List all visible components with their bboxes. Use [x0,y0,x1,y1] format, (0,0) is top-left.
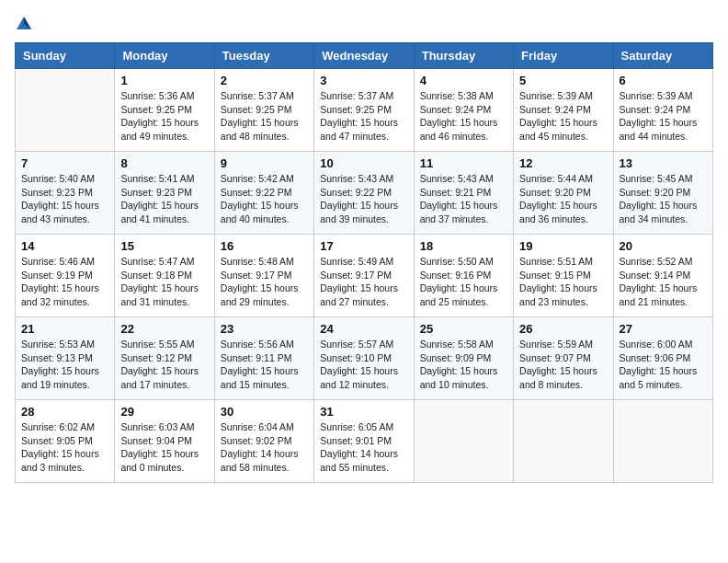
day-number: 20 [620,239,707,253]
weekday-header: Wednesday [314,43,414,69]
calendar-cell: 27Sunrise: 6:00 AM Sunset: 9:06 PM Dayli… [613,317,712,400]
cell-content: Sunrise: 5:43 AM Sunset: 9:22 PM Dayligh… [320,172,407,226]
calendar-header-row: SundayMondayTuesdayWednesdayThursdayFrid… [16,43,713,69]
calendar-cell: 12Sunrise: 5:44 AM Sunset: 9:20 PM Dayli… [514,152,613,235]
calendar-week-row: 21Sunrise: 5:53 AM Sunset: 9:13 PM Dayli… [16,317,713,400]
cell-content: Sunrise: 6:05 AM Sunset: 9:01 PM Dayligh… [320,420,407,475]
calendar-cell: 28Sunrise: 6:02 AM Sunset: 9:05 PM Dayli… [16,400,115,483]
calendar-cell: 5Sunrise: 5:39 AM Sunset: 9:24 PM Daylig… [514,69,613,152]
cell-content: Sunrise: 5:36 AM Sunset: 9:25 PM Dayligh… [120,89,208,144]
cell-content: Sunrise: 5:49 AM Sunset: 9:17 PM Dayligh… [320,255,407,309]
cell-content: Sunrise: 5:46 AM Sunset: 9:19 PM Dayligh… [21,255,108,309]
calendar-cell: 20Sunrise: 5:52 AM Sunset: 9:14 PM Dayli… [613,235,712,317]
calendar-cell: 3Sunrise: 5:37 AM Sunset: 9:25 PM Daylig… [314,69,414,152]
cell-content: Sunrise: 5:55 AM Sunset: 9:12 PM Dayligh… [120,338,208,392]
cell-content: Sunrise: 6:03 AM Sunset: 9:04 PM Dayligh… [120,420,208,475]
day-number: 27 [620,322,707,336]
cell-content: Sunrise: 5:40 AM Sunset: 9:23 PM Dayligh… [21,172,108,226]
calendar-week-row: 1Sunrise: 5:36 AM Sunset: 9:25 PM Daylig… [16,69,713,152]
cell-content: Sunrise: 5:53 AM Sunset: 9:13 PM Dayligh… [21,338,108,392]
cell-content: Sunrise: 5:38 AM Sunset: 9:24 PM Dayligh… [420,89,507,144]
day-number: 23 [221,322,308,336]
calendar-cell: 21Sunrise: 5:53 AM Sunset: 9:13 PM Dayli… [16,317,115,400]
calendar-cell: 13Sunrise: 5:45 AM Sunset: 9:20 PM Dayli… [613,152,712,235]
day-number: 14 [21,239,108,253]
day-number: 22 [120,322,208,336]
calendar-cell: 19Sunrise: 5:51 AM Sunset: 9:15 PM Dayli… [514,235,613,317]
calendar-cell [613,400,712,483]
calendar-week-row: 14Sunrise: 5:46 AM Sunset: 9:19 PM Dayli… [16,235,713,317]
day-number: 9 [221,156,308,170]
cell-content: Sunrise: 5:51 AM Sunset: 9:15 PM Dayligh… [519,255,607,309]
cell-content: Sunrise: 5:42 AM Sunset: 9:22 PM Dayligh… [221,172,308,226]
cell-content: Sunrise: 5:48 AM Sunset: 9:17 PM Dayligh… [221,255,308,309]
cell-content: Sunrise: 5:44 AM Sunset: 9:20 PM Dayligh… [519,172,607,226]
day-number: 16 [221,239,308,253]
day-number: 2 [221,74,308,87]
calendar-cell: 16Sunrise: 5:48 AM Sunset: 9:17 PM Dayli… [214,235,313,317]
day-number: 28 [21,405,108,419]
calendar-cell: 24Sunrise: 5:57 AM Sunset: 9:10 PM Dayli… [314,317,414,400]
day-number: 10 [320,156,407,170]
day-number: 3 [320,74,407,87]
calendar-cell: 14Sunrise: 5:46 AM Sunset: 9:19 PM Dayli… [16,235,115,317]
calendar-cell: 26Sunrise: 5:59 AM Sunset: 9:07 PM Dayli… [514,317,613,400]
calendar-cell [414,400,513,483]
weekday-header: Tuesday [214,43,313,69]
cell-content: Sunrise: 5:47 AM Sunset: 9:18 PM Dayligh… [120,255,208,309]
cell-content: Sunrise: 5:39 AM Sunset: 9:24 PM Dayligh… [620,89,707,144]
day-number: 18 [420,239,507,253]
cell-content: Sunrise: 5:43 AM Sunset: 9:21 PM Dayligh… [420,172,507,226]
weekday-header: Saturday [613,43,712,69]
cell-content: Sunrise: 5:45 AM Sunset: 9:20 PM Dayligh… [620,172,707,226]
cell-content: Sunrise: 5:50 AM Sunset: 9:16 PM Dayligh… [420,255,507,309]
calendar-week-row: 28Sunrise: 6:02 AM Sunset: 9:05 PM Dayli… [16,400,713,483]
calendar-cell: 29Sunrise: 6:03 AM Sunset: 9:04 PM Dayli… [115,400,214,483]
weekday-header: Monday [115,43,214,69]
calendar-cell [16,69,115,152]
cell-content: Sunrise: 5:37 AM Sunset: 9:25 PM Dayligh… [320,89,407,144]
cell-content: Sunrise: 5:37 AM Sunset: 9:25 PM Dayligh… [221,89,308,144]
calendar-cell: 30Sunrise: 6:04 AM Sunset: 9:02 PM Dayli… [214,400,313,483]
day-number: 24 [320,322,407,336]
calendar-cell: 4Sunrise: 5:38 AM Sunset: 9:24 PM Daylig… [414,69,513,152]
day-number: 29 [120,405,208,419]
page-header [15,15,713,33]
day-number: 8 [120,156,208,170]
calendar-cell [514,400,613,483]
day-number: 19 [519,239,607,253]
cell-content: Sunrise: 5:56 AM Sunset: 9:11 PM Dayligh… [221,338,308,392]
cell-content: Sunrise: 6:02 AM Sunset: 9:05 PM Dayligh… [21,420,108,475]
day-number: 5 [519,74,607,87]
weekday-header: Sunday [16,43,115,69]
calendar-cell: 6Sunrise: 5:39 AM Sunset: 9:24 PM Daylig… [613,69,712,152]
calendar-cell: 23Sunrise: 5:56 AM Sunset: 9:11 PM Dayli… [214,317,313,400]
cell-content: Sunrise: 5:57 AM Sunset: 9:10 PM Dayligh… [320,338,407,392]
day-number: 11 [420,156,507,170]
cell-content: Sunrise: 5:59 AM Sunset: 9:07 PM Dayligh… [519,338,607,392]
weekday-header: Friday [514,43,613,69]
day-number: 31 [320,405,407,419]
calendar-cell: 22Sunrise: 5:55 AM Sunset: 9:12 PM Dayli… [115,317,214,400]
cell-content: Sunrise: 5:52 AM Sunset: 9:14 PM Dayligh… [620,255,707,309]
calendar-cell: 1Sunrise: 5:36 AM Sunset: 9:25 PM Daylig… [115,69,214,152]
calendar-cell: 2Sunrise: 5:37 AM Sunset: 9:25 PM Daylig… [214,69,313,152]
calendar-cell: 10Sunrise: 5:43 AM Sunset: 9:22 PM Dayli… [314,152,414,235]
cell-content: Sunrise: 5:58 AM Sunset: 9:09 PM Dayligh… [420,338,507,392]
calendar-week-row: 7Sunrise: 5:40 AM Sunset: 9:23 PM Daylig… [16,152,713,235]
cell-content: Sunrise: 6:00 AM Sunset: 9:06 PM Dayligh… [620,338,707,392]
cell-content: Sunrise: 6:04 AM Sunset: 9:02 PM Dayligh… [221,420,308,475]
calendar-cell: 9Sunrise: 5:42 AM Sunset: 9:22 PM Daylig… [214,152,313,235]
calendar-cell: 7Sunrise: 5:40 AM Sunset: 9:23 PM Daylig… [16,152,115,235]
calendar-cell: 25Sunrise: 5:58 AM Sunset: 9:09 PM Dayli… [414,317,513,400]
cell-content: Sunrise: 5:39 AM Sunset: 9:24 PM Dayligh… [519,89,607,144]
calendar-table: SundayMondayTuesdayWednesdayThursdayFrid… [15,42,713,483]
calendar-cell: 17Sunrise: 5:49 AM Sunset: 9:17 PM Dayli… [314,235,414,317]
logo [15,15,37,33]
calendar-cell: 15Sunrise: 5:47 AM Sunset: 9:18 PM Dayli… [115,235,214,317]
day-number: 15 [120,239,208,253]
day-number: 13 [620,156,707,170]
calendar-cell: 31Sunrise: 6:05 AM Sunset: 9:01 PM Dayli… [314,400,414,483]
day-number: 17 [320,239,407,253]
day-number: 1 [120,74,208,87]
